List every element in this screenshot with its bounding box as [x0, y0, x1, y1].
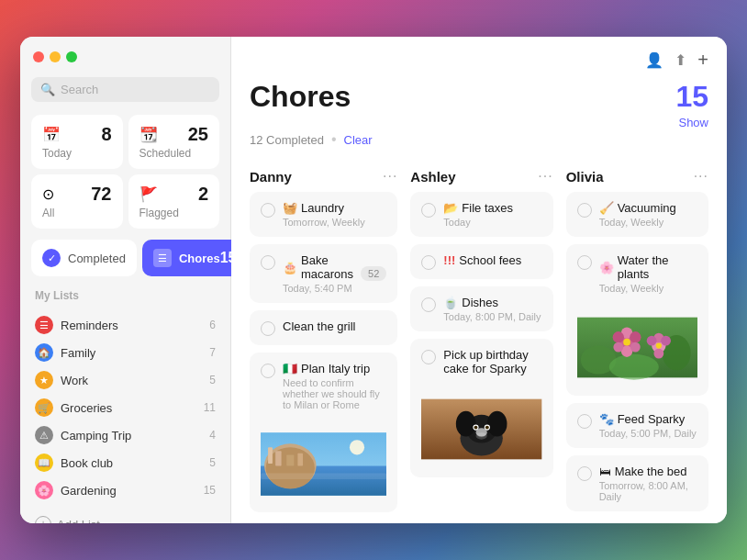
svg-point-33: [623, 339, 630, 346]
svg-rect-6: [297, 454, 303, 466]
svg-point-38: [661, 336, 671, 346]
ashley-more-button[interactable]: ···: [538, 168, 552, 185]
task-check[interactable]: [577, 203, 592, 218]
sidebar-item-flagged[interactable]: 🚩 2 Flagged: [128, 174, 220, 229]
svg-rect-9: [261, 474, 386, 479]
show-button[interactable]: Show: [678, 116, 708, 129]
olivia-more-button[interactable]: ···: [694, 168, 708, 185]
sidebar-item-bookclub[interactable]: 📖 Book club 5: [31, 449, 219, 476]
completed-text: 12 Completed: [250, 133, 324, 147]
svg-point-3: [266, 447, 315, 488]
svg-point-36: [653, 349, 663, 359]
chores-label: Chores: [179, 252, 220, 265]
maximize-button[interactable]: [66, 51, 77, 62]
task-title: 🎂 Bake macarons: [283, 253, 353, 281]
task-dishes[interactable]: 🍵 Dishes Today, 8:00 PM, Daily: [410, 286, 552, 331]
gardening-count: 15: [204, 484, 216, 497]
flower-image: [577, 308, 697, 386]
completed-chores-row: ✓ Completed ☰ Chores 15: [31, 240, 219, 276]
task-check[interactable]: [261, 321, 275, 336]
task-subtitle: Today, Weekly: [599, 217, 697, 228]
camping-icon: ⚠: [35, 426, 53, 444]
task-check[interactable]: [421, 255, 436, 270]
share-icon[interactable]: ⬆: [675, 51, 686, 69]
sidebar-item-completed[interactable]: ✓ Completed: [31, 240, 137, 276]
task-check[interactable]: [261, 255, 275, 270]
bookclub-name: Book club: [61, 456, 113, 470]
add-list-button[interactable]: + Add List: [31, 511, 219, 523]
svg-point-37: [646, 336, 656, 346]
task-check[interactable]: [577, 466, 592, 481]
sidebar-list-items: ☰ Reminders 6 🏠 Family 7 ★ Work 5: [31, 311, 219, 504]
add-icon[interactable]: +: [697, 50, 708, 71]
work-count: 5: [209, 374, 216, 386]
minimize-button[interactable]: [50, 51, 61, 62]
svg-point-39: [655, 342, 661, 348]
task-italy-trip[interactable]: 🇮🇹 Plan Italy trip Need to confirm wheth…: [250, 353, 397, 512]
task-check[interactable]: [421, 350, 436, 364]
task-vacuuming[interactable]: 🧹 Vacuuming Today, Weekly: [566, 192, 708, 237]
dot-separator: •: [331, 131, 337, 148]
task-check[interactable]: [577, 255, 592, 270]
groceries-icon: 🛒: [35, 398, 53, 417]
task-file-taxes[interactable]: 📂 File taxes Today: [410, 192, 552, 237]
close-button[interactable]: [33, 51, 44, 62]
column-ashley-title: Ashley: [410, 169, 455, 185]
add-list-icon: +: [35, 516, 51, 523]
search-bar[interactable]: 🔍 Search: [31, 77, 219, 102]
task-check[interactable]: [261, 203, 275, 218]
task-school-fees[interactable]: !!! School fees: [410, 244, 552, 279]
sidebar-item-groceries[interactable]: 🛒 Groceries 11: [31, 394, 219, 421]
search-placeholder: Search: [61, 83, 98, 96]
work-name: Work: [61, 374, 88, 387]
flagged-icon: 🚩: [139, 185, 158, 203]
task-check[interactable]: [421, 297, 436, 312]
sidebar-item-all[interactable]: ⊙ 72 All: [31, 174, 123, 229]
clear-button[interactable]: Clear: [344, 133, 373, 147]
task-count-badge: 15: [675, 80, 708, 114]
task-feed-sparky[interactable]: 🐾 Feed Sparky Today, 5:00 PM, Daily: [566, 403, 708, 448]
task-check[interactable]: [577, 414, 592, 429]
task-clean-grill[interactable]: Clean the grill: [250, 310, 397, 345]
reminders-count: 6: [209, 319, 216, 331]
groceries-name: Groceries: [61, 401, 112, 415]
all-count: 72: [91, 184, 111, 205]
task-water-plants[interactable]: 🌸 Water the plants Today, Weekly: [566, 244, 708, 396]
page-title: Chores: [250, 80, 351, 114]
add-list-label: Add List: [57, 518, 100, 524]
family-icon: 🏠: [35, 343, 53, 362]
task-title: 📂 File taxes: [443, 201, 541, 215]
task-count-chip: 52: [361, 266, 386, 281]
task-birthday-cake[interactable]: Pick up birthday cake for Sparky: [410, 339, 552, 477]
all-icon: ⊙: [42, 185, 54, 203]
scheduled-icon: 📆: [139, 126, 158, 143]
sidebar-item-reminders[interactable]: ☰ Reminders 6: [31, 311, 219, 339]
task-make-bed[interactable]: 🛏 Make the bed Tomorrow, 8:00 AM, Daily: [566, 455, 708, 511]
sidebar-item-today[interactable]: 📅 8 Today: [31, 115, 123, 169]
task-check[interactable]: [421, 203, 436, 218]
today-label: Today: [42, 147, 112, 160]
task-subtitle: Today, 5:40 PM: [283, 283, 353, 294]
task-title: 🧺 Laundry: [283, 201, 386, 215]
task-check[interactable]: [261, 364, 275, 378]
work-icon: ★: [35, 371, 53, 389]
sidebar-item-work[interactable]: ★ Work 5: [31, 366, 219, 394]
sidebar-item-gardening[interactable]: 🌸 Gardening 15: [31, 476, 219, 504]
content-area: Chores 15 Show 12 Completed • Clear: [231, 80, 727, 168]
groceries-count: 11: [204, 401, 216, 414]
italy-image: [261, 425, 386, 503]
svg-point-30: [630, 331, 641, 342]
svg-point-8: [350, 440, 364, 454]
person-share-icon[interactable]: 👤: [645, 51, 663, 69]
sidebar-item-scheduled[interactable]: 📆 25 Scheduled: [128, 115, 220, 169]
task-title: 🐾 Feed Sparky: [599, 412, 697, 426]
task-macarons[interactable]: 🎂 Bake macarons Today, 5:40 PM 52: [250, 244, 397, 303]
sidebar-item-family[interactable]: 🏠 Family 7: [31, 339, 219, 366]
task-laundry[interactable]: 🧺 Laundry Tomorrow, Weekly: [250, 192, 397, 237]
traffic-lights: [31, 51, 219, 62]
sidebar-item-camping[interactable]: ⚠ Camping Trip 4: [31, 421, 219, 449]
check-icon: ✓: [42, 249, 61, 267]
danny-more-button[interactable]: ···: [383, 168, 397, 185]
all-label: All: [42, 207, 112, 219]
flagged-count: 2: [198, 184, 208, 205]
